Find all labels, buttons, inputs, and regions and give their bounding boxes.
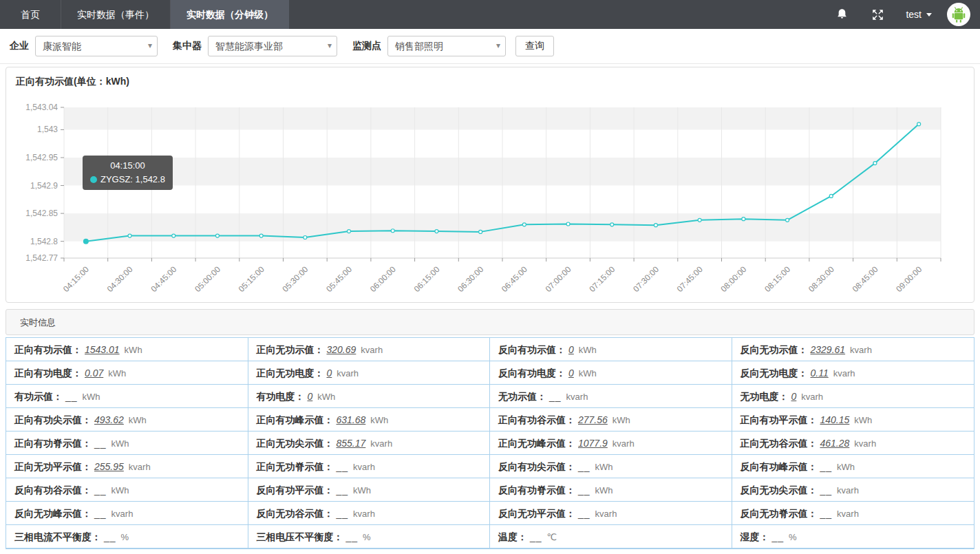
info-unit: kvarh [353,509,375,519]
info-unit: kWh [579,345,597,355]
navbar-tabs: 首页实时数据（事件）实时数据（分钟级） [0,0,289,29]
info-value[interactable]: 255.95 [94,461,124,472]
info-value[interactable]: 0 [568,367,574,379]
info-value[interactable]: 0 [791,391,797,402]
info-label: 无功示值： [498,391,546,402]
info-cell: 三相电流不平衡度：__% [6,525,248,548]
navbar-tab[interactable]: 实时数据（事件） [61,0,171,29]
info-label: 反向无功示值： [741,344,808,355]
info-unit: kvarh [801,392,823,402]
info-label: 正向有功峰示值： [257,414,334,425]
info-cell: 反向无功电度：0.11kvarh [732,361,974,385]
info-unit: % [121,532,129,542]
info-value[interactable]: 0 [568,344,574,355]
info-cell: 三相电压不平衡度：__% [248,525,491,548]
info-label: 正向有功示值： [14,344,82,355]
info-value: __ [337,461,349,472]
filter-fields: 企业康派智能▾集中器智慧能源事业部▾监测点销售部照明▾ [10,36,521,56]
info-unit: kWh [579,368,597,379]
user-menu[interactable]: test [906,9,932,20]
info-label: 反向无功电度： [741,367,808,379]
realtime-info-title: 实时信息 [20,317,56,328]
info-value[interactable]: 855.17 [337,438,366,449]
info-value[interactable]: 631.68 [337,414,366,425]
svg-text:05:15:00: 05:15:00 [237,264,266,294]
info-label: 三相电流不平衡度： [14,531,101,542]
info-value: __ [578,508,590,519]
info-unit: kWh [612,415,630,425]
info-label: 正向无功脊示值： [257,461,334,472]
svg-text:04:45:00: 04:45:00 [149,264,178,294]
info-value[interactable]: 0 [308,391,313,402]
info-unit: kvarh [837,485,859,496]
info-value[interactable]: 320.69 [327,344,356,355]
user-avatar[interactable] [947,3,970,26]
info-value[interactable]: 2329.61 [811,344,846,355]
query-button[interactable]: 查询 [515,36,554,56]
info-unit: kWh [108,368,126,379]
info-label: 正向无功电度： [257,367,324,379]
info-label: 反向有功电度： [498,367,566,379]
bell-icon[interactable] [834,7,849,22]
info-label: 反向无功谷示值： [257,508,334,519]
info-value[interactable]: 140.15 [820,414,850,425]
info-value[interactable]: 1543.01 [85,344,120,355]
info-label: 反向有功平示值： [257,484,334,496]
info-cell: 正向无功示值：320.69kvarh [248,338,491,361]
info-unit: kvarh [129,462,151,472]
info-value: __ [772,531,785,542]
svg-text:1,542.77: 1,542.77 [25,253,58,263]
info-label: 正向无功尖示值： [257,438,334,449]
info-unit: kvarh [566,392,588,402]
info-unit: kvarh [595,509,617,519]
info-cell: 反向无功峰示值：__kvarh [6,502,248,525]
info-value[interactable]: 1077.9 [578,438,608,449]
info-unit: kWh [317,392,335,402]
filter-dropdown[interactable]: 销售部照明▾ [387,36,506,56]
info-value[interactable]: 493.62 [94,414,124,425]
info-value[interactable]: 0.07 [85,367,103,379]
navbar-tab[interactable]: 首页 [0,0,61,29]
info-cell: 正向有功谷示值：277.56kWh [490,408,732,432]
chevron-down-icon: ▾ [328,36,332,55]
filter-dropdown[interactable]: 智慧能源事业部▾ [208,36,337,56]
dropdown-value: 智慧能源事业部 [215,41,283,52]
info-value[interactable]: 0 [327,367,332,379]
info-unit: kWh [125,345,142,355]
svg-text:06:45:00: 06:45:00 [500,264,529,294]
info-value: __ [94,484,107,496]
filter-dropdown[interactable]: 康派智能▾ [35,36,158,56]
fullscreen-icon[interactable] [870,7,885,22]
info-value[interactable]: 277.56 [578,414,608,425]
info-label: 湿度： [741,531,769,542]
info-cell: 正向有功脊示值：__kWh [6,432,248,455]
info-cell: 湿度：__% [732,525,974,548]
chart-title: 正向有功示值(单位：kWh) [16,76,974,88]
info-value: __ [578,484,590,496]
chevron-down-icon: ▾ [148,36,152,55]
svg-text:1,542.85: 1,542.85 [25,209,58,218]
info-unit: kvarh [854,438,876,449]
info-unit: kWh [854,415,872,425]
info-cell: 反向有功电度：0kWh [490,361,732,385]
navbar-tab[interactable]: 实时数据（分钟级） [171,0,289,29]
filter-bar: 企业康派智能▾集中器智慧能源事业部▾监测点销售部照明▾ 查询 [0,29,980,64]
info-unit: kWh [129,415,147,425]
info-unit: kWh [353,485,371,496]
info-label: 反向无功平示值： [498,508,575,519]
info-value[interactable]: 0.11 [811,367,829,379]
svg-text:1,542.95: 1,542.95 [25,153,58,162]
info-label: 反向有功脊示值： [498,484,575,496]
line-chart[interactable]: 1,542.771,542.81,542.851,542.91,542.951,… [6,96,974,296]
info-value[interactable]: 461.28 [820,438,850,449]
info-label: 反向无功尖示值： [741,484,818,496]
info-cell: 正向无功峰示值：1077.9kvarh [490,432,732,455]
svg-text:07:15:00: 07:15:00 [587,264,617,294]
svg-text:1,543.04: 1,543.04 [25,103,58,112]
info-cell: 反向有功平示值：__kWh [248,478,491,502]
info-value: __ [820,508,833,519]
info-value: __ [337,508,349,519]
info-value: __ [530,531,542,542]
info-unit: kvarh [361,345,383,355]
info-label: 正向有功尖示值： [14,414,92,425]
